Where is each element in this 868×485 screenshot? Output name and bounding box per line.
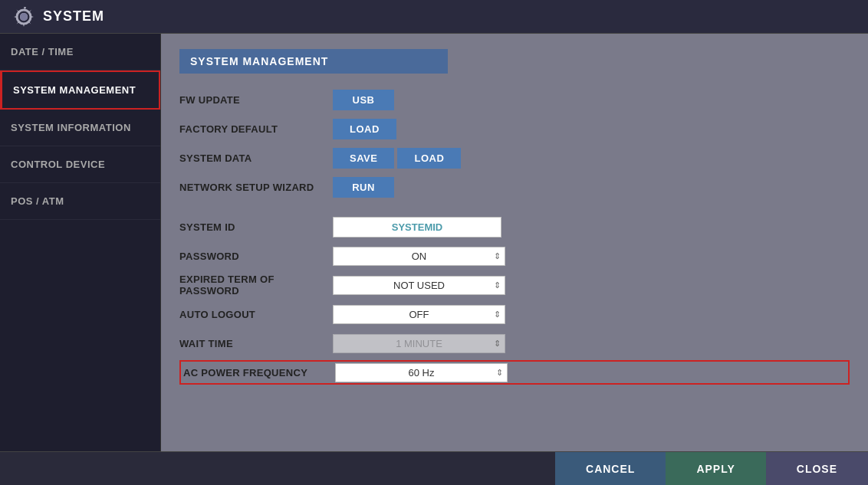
label-system-data: SYSTEM DATA: [179, 152, 333, 164]
svg-point-2: [20, 13, 28, 21]
select-password[interactable]: ON OFF: [333, 247, 505, 266]
controls-ac-power-frequency: 50 Hz 60 Hz: [335, 363, 508, 382]
label-ac-power-frequency: AC POWER FREQUENCY: [182, 367, 335, 378]
label-network-setup-wizard: NETWORK SETUP WIZARD: [179, 182, 333, 193]
sidebar-item-control-device[interactable]: CONTROL DEVICE: [0, 146, 160, 183]
btn-factory-default-load[interactable]: LOAD: [333, 119, 396, 139]
select-wait-time[interactable]: 1 MINUTE 2 MINUTES 5 MINUTES: [333, 334, 505, 353]
btn-system-data-load[interactable]: LOAD: [397, 148, 461, 169]
label-expired-term: EXPIRED TERM OF PASSWORD: [179, 274, 333, 297]
select-wrapper-auto-logout: OFF ON: [333, 305, 505, 324]
app-title: SYSTEM: [43, 8, 104, 25]
input-system-id[interactable]: [333, 217, 501, 238]
main-layout: DATE / TIME SYSTEM MANAGEMENT SYSTEM INF…: [0, 34, 868, 451]
content-area: SYSTEM MANAGEMENT FW UPDATE USB FACTORY …: [161, 34, 868, 451]
footer: CANCEL APPLY CLOSE: [0, 451, 868, 485]
controls-fw-update: USB: [333, 90, 394, 110]
row-wait-time: WAIT TIME 1 MINUTE 2 MINUTES 5 MINUTES: [179, 331, 850, 356]
select-wrapper-expired-term: NOT USED 30 DAYS 60 DAYS 90 DAYS: [333, 276, 505, 295]
select-expired-term[interactable]: NOT USED 30 DAYS 60 DAYS 90 DAYS: [333, 276, 505, 295]
label-factory-default: FACTORY DEFAULT: [179, 123, 333, 135]
gear-icon: [12, 5, 35, 28]
row-ac-power-frequency: AC POWER FREQUENCY 50 Hz 60 Hz: [179, 360, 850, 385]
cancel-button[interactable]: CANCEL: [555, 452, 666, 486]
btn-fw-update-usb[interactable]: USB: [333, 90, 394, 110]
row-expired-term: EXPIRED TERM OF PASSWORD NOT USED 30 DAY…: [179, 273, 850, 297]
btn-system-data-save[interactable]: SAVE: [333, 148, 394, 169]
controls-system-id: [333, 217, 501, 238]
label-system-id: SYSTEM ID: [179, 221, 333, 233]
sidebar-item-pos-atm[interactable]: POS / ATM: [0, 183, 160, 220]
sidebar: DATE / TIME SYSTEM MANAGEMENT SYSTEM INF…: [0, 34, 161, 451]
row-system-id: SYSTEM ID: [179, 215, 850, 239]
controls-password: ON OFF: [333, 247, 505, 266]
row-network-setup-wizard: NETWORK SETUP WIZARD RUN: [179, 175, 850, 199]
settings-table: FW UPDATE USB FACTORY DEFAULT LOAD SYSTE…: [179, 87, 850, 385]
apply-button[interactable]: APPLY: [666, 452, 765, 486]
btn-network-run[interactable]: RUN: [333, 177, 394, 198]
app-header: SYSTEM: [0, 0, 868, 34]
label-fw-update: FW UPDATE: [179, 94, 333, 106]
select-wrapper-ac-power-frequency: 50 Hz 60 Hz: [335, 363, 508, 382]
controls-system-data: SAVE LOAD: [333, 148, 461, 169]
select-ac-power-frequency[interactable]: 50 Hz 60 Hz: [335, 363, 508, 382]
controls-factory-default: LOAD: [333, 119, 396, 139]
label-wait-time: WAIT TIME: [179, 338, 333, 349]
row-fw-update: FW UPDATE USB: [179, 87, 850, 112]
row-factory-default: FACTORY DEFAULT LOAD: [179, 116, 850, 141]
select-wrapper-password: ON OFF: [333, 247, 505, 266]
row-auto-logout: AUTO LOGOUT OFF ON: [179, 302, 850, 326]
sidebar-item-date-time[interactable]: DATE / TIME: [0, 34, 160, 70]
select-auto-logout[interactable]: OFF ON: [333, 305, 505, 324]
row-system-data: SYSTEM DATA SAVE LOAD: [179, 146, 850, 170]
section-title: SYSTEM MANAGEMENT: [179, 49, 448, 74]
controls-expired-term: NOT USED 30 DAYS 60 DAYS 90 DAYS: [333, 276, 505, 295]
controls-wait-time: 1 MINUTE 2 MINUTES 5 MINUTES: [333, 334, 505, 353]
sidebar-item-system-information[interactable]: SYSTEM INFORMATION: [0, 110, 160, 146]
row-password: PASSWORD ON OFF: [179, 244, 850, 268]
controls-network-setup-wizard: RUN: [333, 177, 394, 198]
label-auto-logout: AUTO LOGOUT: [179, 309, 333, 320]
sidebar-item-system-management[interactable]: SYSTEM MANAGEMENT: [0, 70, 160, 110]
controls-auto-logout: OFF ON: [333, 305, 505, 324]
close-button[interactable]: CLOSE: [766, 452, 868, 486]
label-password: PASSWORD: [179, 251, 333, 262]
select-wrapper-wait-time: 1 MINUTE 2 MINUTES 5 MINUTES: [333, 334, 505, 353]
